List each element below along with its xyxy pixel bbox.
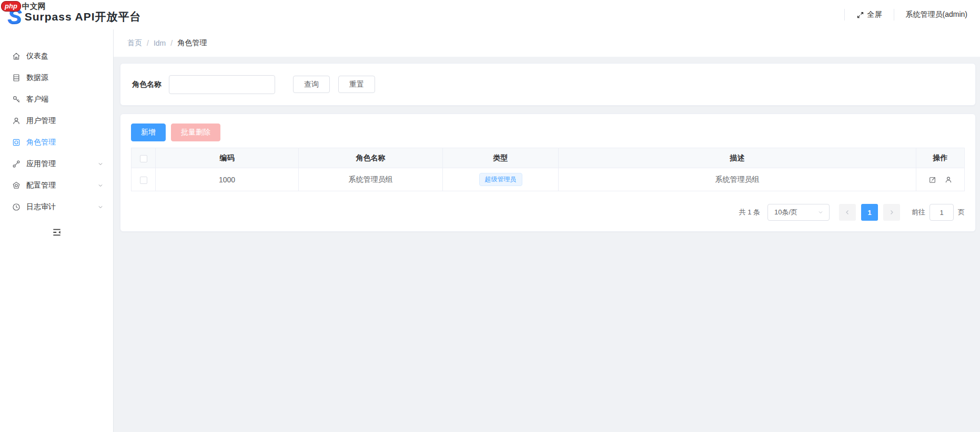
goto-label: 前往 <box>912 208 925 217</box>
breadcrumb-idm[interactable]: Idm <box>154 39 166 47</box>
sidebar-item-users[interactable]: 用户管理 <box>0 110 113 131</box>
roles-table: 编码 角色名称 类型 描述 操作 <box>131 148 965 191</box>
row-actions-cell <box>916 168 965 191</box>
row-checkbox[interactable] <box>140 177 147 184</box>
next-page-button[interactable] <box>883 204 900 221</box>
role-type-tag: 超级管理员 <box>479 173 522 186</box>
row-select-cell <box>132 168 156 191</box>
app-root: S Surpass API开放平台 全屏 系统管理员(admin) <box>0 0 980 432</box>
prev-page-button[interactable] <box>839 204 856 221</box>
clock-icon <box>12 202 21 212</box>
fullscreen-label: 全屏 <box>867 10 882 19</box>
column-header-code: 编码 <box>156 148 299 168</box>
divider <box>894 9 894 20</box>
user-menu[interactable]: 系统管理员(admin) <box>906 10 969 19</box>
settings-icon <box>12 181 21 190</box>
sidebar-item-label: 客户端 <box>26 95 104 104</box>
sidebar-item-label: 配置管理 <box>26 181 97 190</box>
fullscreen-button[interactable]: 全屏 <box>856 10 882 19</box>
content-body: 角色名称 查询 重置 新增 批量删除 <box>114 57 980 432</box>
sidebar-collapse-button[interactable] <box>0 227 113 239</box>
breadcrumb-separator: / <box>170 39 173 47</box>
select-all-checkbox[interactable] <box>140 155 147 162</box>
chevron-down-icon <box>97 204 104 210</box>
sidebar-item-label: 用户管理 <box>26 116 104 126</box>
chevron-down-icon <box>97 161 104 167</box>
page-size-value: 10条/页 <box>774 208 797 217</box>
role-icon <box>12 138 21 147</box>
breadcrumb: 首页 / Idm / 角色管理 <box>114 29 980 57</box>
sidebar-item-label: 日志审计 <box>26 202 97 212</box>
row-name-cell: 系统管理员组 <box>299 168 443 191</box>
column-header-actions: 操作 <box>916 148 965 168</box>
add-button[interactable]: 新增 <box>131 124 166 141</box>
select-all-header <box>132 148 156 168</box>
content-area: 首页 / Idm / 角色管理 角色名称 查询 重置 新增 <box>114 29 980 432</box>
table-toolbar: 新增 批量删除 <box>131 124 965 141</box>
header-right: 全屏 系统管理员(admin) <box>833 0 969 29</box>
watermark-text: 中文网 <box>22 2 46 12</box>
sidebar: 仪表盘 数据源 客户端 <box>0 29 114 432</box>
dashboard-icon <box>12 52 21 61</box>
datasource-icon <box>12 73 21 83</box>
column-header-description: 描述 <box>559 148 916 168</box>
chevron-down-icon <box>817 209 824 215</box>
php-cn-watermark: php 中文网 <box>1 1 46 12</box>
column-header-type: 类型 <box>443 148 559 168</box>
user-icon <box>12 116 21 126</box>
sidebar-item-roles[interactable]: 角色管理 <box>0 131 113 153</box>
role-name-label: 角色名称 <box>132 80 161 89</box>
app-link-icon <box>12 159 21 169</box>
assign-user-icon[interactable] <box>944 176 953 184</box>
sidebar-item-label: 仪表盘 <box>26 52 104 61</box>
role-name-input[interactable] <box>169 75 275 94</box>
table-header-row: 编码 角色名称 类型 描述 操作 <box>132 148 965 168</box>
top-header: S Surpass API开放平台 全屏 系统管理员(admin) <box>0 0 980 29</box>
collapse-fold-icon <box>52 227 62 239</box>
breadcrumb-separator: / <box>147 39 149 47</box>
row-description-cell: 系统管理员组 <box>559 168 916 191</box>
edit-icon[interactable] <box>928 176 937 184</box>
sidebar-item-label: 角色管理 <box>26 138 104 147</box>
key-icon <box>12 95 21 104</box>
goto-page-input[interactable] <box>930 204 954 221</box>
sidebar-item-client[interactable]: 客户端 <box>0 88 113 110</box>
sidebar-item-apps[interactable]: 应用管理 <box>0 153 113 174</box>
query-button[interactable]: 查询 <box>293 76 330 93</box>
page-size-select[interactable]: 10条/页 <box>767 204 830 221</box>
pagination: 共 1 条 10条/页 1 <box>131 204 965 221</box>
search-panel: 角色名称 查询 重置 <box>120 63 976 106</box>
table-panel: 新增 批量删除 编码 角色名称 类型 描 <box>120 114 976 232</box>
sidebar-item-config[interactable]: 配置管理 <box>0 174 113 196</box>
divider <box>844 9 845 20</box>
page-number-button[interactable]: 1 <box>861 204 878 221</box>
column-header-name: 角色名称 <box>299 148 443 168</box>
page-suffix-label: 页 <box>958 208 965 217</box>
breadcrumb-home[interactable]: 首页 <box>127 38 142 48</box>
reset-button[interactable]: 重置 <box>338 76 375 93</box>
chevron-down-icon <box>97 182 104 189</box>
sidebar-item-logs[interactable]: 日志审计 <box>0 196 113 218</box>
sidebar-item-dashboard[interactable]: 仪表盘 <box>0 45 113 67</box>
row-type-cell: 超级管理员 <box>443 168 559 191</box>
sidebar-item-datasource[interactable]: 数据源 <box>0 67 113 88</box>
sidebar-item-label: 应用管理 <box>26 159 97 169</box>
table-row: 1000 系统管理员组 超级管理员 系统管理员组 <box>132 168 965 191</box>
breadcrumb-current: 角色管理 <box>177 38 207 48</box>
php-logo-icon: php <box>1 1 21 12</box>
pagination-total: 共 1 条 <box>739 208 760 217</box>
fullscreen-icon <box>856 11 864 19</box>
batch-delete-button[interactable]: 批量删除 <box>171 124 220 141</box>
sidebar-item-label: 数据源 <box>26 73 104 83</box>
row-code-cell: 1000 <box>156 168 299 191</box>
app-title: Surpass API开放平台 <box>25 9 142 24</box>
